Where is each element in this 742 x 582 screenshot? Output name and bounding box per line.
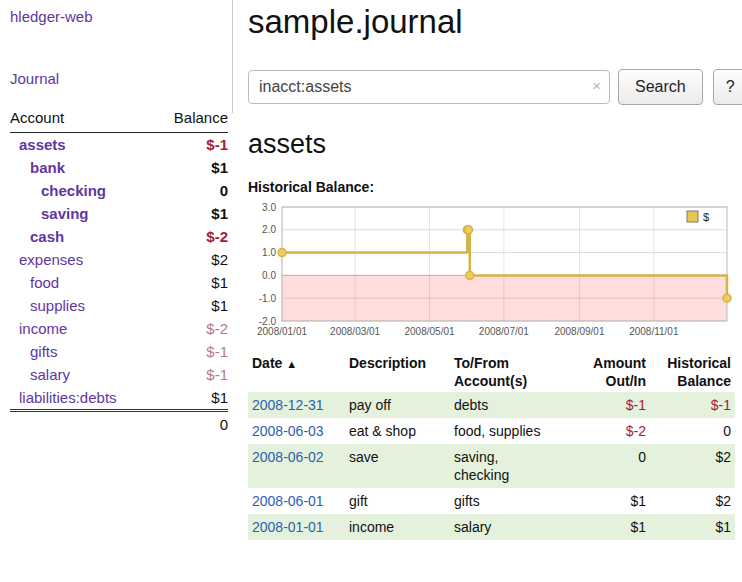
page-title: sample.journal (248, 2, 742, 42)
account-link[interactable]: salary (30, 366, 70, 383)
transaction-row: 2008-06-03eat & shopfood, supplies$-20 (248, 418, 735, 444)
search-input[interactable] (248, 70, 610, 104)
transaction-balance: $1 (650, 514, 735, 540)
column-header-date[interactable]: Date ▲ (248, 352, 345, 392)
account-balance: $-2 (206, 228, 228, 245)
transaction-description: save (345, 444, 450, 488)
account-link[interactable]: cash (30, 228, 64, 245)
transaction-date-link[interactable]: 2008-01-01 (252, 519, 324, 535)
transaction-accounts: salary (450, 514, 580, 540)
register-header-row: Date ▲ Description To/FromAccount(s) Amo… (248, 352, 735, 392)
brand-link[interactable]: hledger-web (10, 8, 93, 25)
app: hledger-web Journal Account Balance asse… (0, 0, 742, 582)
column-header-description: Description (345, 352, 450, 392)
column-header-accounts: To/FromAccount(s) (450, 352, 580, 392)
transaction-amount: 0 (580, 444, 650, 488)
svg-text:-1.0: -1.0 (259, 293, 277, 304)
account-balance: $1 (211, 159, 228, 176)
transaction-row: 2008-06-01giftgifts$1$2 (248, 488, 735, 514)
account-link[interactable]: supplies (30, 297, 85, 314)
account-balance: $2 (211, 251, 228, 268)
accounts-col-balance: Balance (154, 107, 228, 133)
clear-search-icon[interactable]: × (592, 78, 601, 93)
account-link[interactable]: checking (41, 182, 106, 199)
account-balance: $-1 (206, 136, 228, 153)
amount-header-line2: Out/In (606, 373, 646, 389)
balance-chart: 3.02.01.00.0-1.0-2.02008/01/012008/03/01… (248, 201, 735, 343)
register-body: 2008-12-31pay offdebts$-1$-12008-06-03ea… (248, 392, 735, 540)
date-header-label: Date (252, 355, 282, 371)
transaction-row: 2008-06-02savesaving,checking0$2 (248, 444, 735, 488)
search-button[interactable]: Search (618, 69, 703, 105)
column-header-amount: AmountOut/In (580, 352, 650, 392)
transaction-balance: $2 (650, 488, 735, 514)
transaction-description: gift (345, 488, 450, 514)
account-balance: $1 (211, 274, 228, 291)
date-sort-link[interactable]: Date ▲ (252, 355, 297, 371)
svg-text:2008/03/01: 2008/03/01 (330, 326, 380, 337)
transaction-accounts: saving,checking (450, 444, 580, 488)
account-link[interactable]: expenses (19, 251, 83, 268)
account-link[interactable]: liabilities:debts (19, 389, 117, 406)
transaction-date-link[interactable]: 2008-06-01 (252, 493, 324, 509)
transaction-amount: $1 (580, 488, 650, 514)
account-balance: $-1 (206, 366, 228, 383)
accounts-header-line2: Account(s) (454, 373, 527, 389)
accounts-table: Account Balance assets$-1bank$1checking0… (10, 107, 228, 436)
accounts-total-row: 0 (10, 411, 228, 437)
accounts-body: assets$-1bank$1checking0saving$1cash$-2e… (10, 133, 228, 411)
register-table: Date ▲ Description To/FromAccount(s) Amo… (248, 352, 735, 540)
svg-text:$: $ (703, 211, 709, 223)
accounts-total-spacer (10, 411, 154, 437)
transaction-accounts: food, supplies (450, 418, 580, 444)
transaction-date-link[interactable]: 2008-06-03 (252, 423, 324, 439)
svg-text:2008/09/01: 2008/09/01 (554, 326, 604, 337)
account-link[interactable]: gifts (30, 343, 58, 360)
transaction-accounts: gifts (450, 488, 580, 514)
search-bar: × Search ? (248, 69, 742, 105)
account-balance: $1 (211, 297, 228, 314)
main-content: sample.journal × Search ? assets Histori… (233, 0, 742, 582)
help-button[interactable]: ? (713, 69, 742, 105)
account-row: cash$-2 (10, 225, 228, 248)
accounts-col-account: Account (10, 107, 154, 133)
svg-text:2008/05/01: 2008/05/01 (404, 326, 454, 337)
transaction-description: pay off (345, 392, 450, 418)
accounts-header-line1: To/From (454, 355, 509, 371)
transaction-balance: $2 (650, 444, 735, 488)
account-row: assets$-1 (10, 133, 228, 157)
transaction-amount: $-1 (580, 392, 650, 418)
account-row: liabilities:debts$1 (10, 386, 228, 411)
account-balance: $1 (211, 389, 228, 406)
transaction-row: 2008-12-31pay offdebts$-1$-1 (248, 392, 735, 418)
account-link[interactable]: food (30, 274, 59, 291)
column-header-balance: HistoricalBalance (650, 352, 735, 392)
account-row: gifts$-1 (10, 340, 228, 363)
account-link[interactable]: saving (41, 205, 89, 222)
transaction-balance: 0 (650, 418, 735, 444)
account-link[interactable]: income (19, 320, 67, 337)
transaction-row: 2008-01-01incomesalary$1$1 (248, 514, 735, 540)
svg-text:2.0: 2.0 (262, 224, 276, 235)
account-row: bank$1 (10, 156, 228, 179)
account-row: expenses$2 (10, 248, 228, 271)
account-link[interactable]: assets (19, 136, 66, 153)
account-balance: $-2 (206, 320, 228, 337)
account-balance: $1 (211, 205, 228, 222)
account-row: checking0 (10, 179, 228, 202)
sidebar-item-journal[interactable]: Journal (10, 70, 229, 87)
balance-header-line1: Historical (667, 355, 731, 371)
account-row: saving$1 (10, 202, 228, 225)
svg-text:2008/07/01: 2008/07/01 (479, 326, 529, 337)
balance-header-line2: Balance (677, 373, 731, 389)
sort-asc-icon: ▲ (286, 358, 297, 370)
chart-title: Historical Balance: (248, 179, 742, 195)
transaction-description: eat & shop (345, 418, 450, 444)
search-input-wrap: × (248, 70, 610, 104)
svg-text:0.0: 0.0 (262, 270, 276, 281)
account-heading: assets (248, 129, 742, 160)
transaction-date-link[interactable]: 2008-12-31 (252, 397, 324, 413)
transaction-date-link[interactable]: 2008-06-02 (252, 449, 324, 465)
account-balance: 0 (220, 182, 228, 199)
account-link[interactable]: bank (30, 159, 65, 176)
